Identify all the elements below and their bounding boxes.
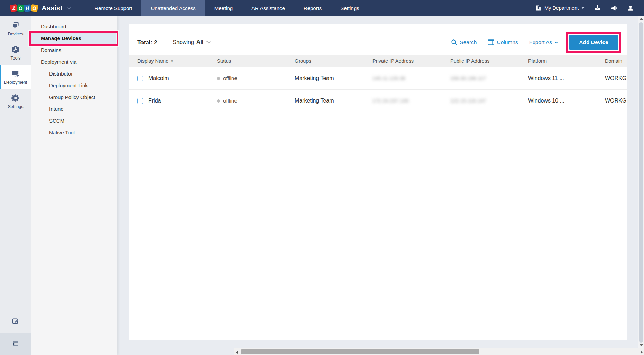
sidebar-item-sccm[interactable]: SCCM (31, 115, 117, 127)
column-header-domain[interactable]: Domain (605, 58, 627, 64)
sidebar-item-distributor[interactable]: Distributor (31, 68, 117, 80)
sidebar-item-deployment-link[interactable]: Deployment Link (31, 80, 117, 91)
row-checkbox[interactable] (137, 98, 143, 104)
rail-label: Settings (8, 104, 23, 109)
platform-cell: Windows 10 ... (528, 98, 605, 104)
sidebar-item-native-tool[interactable]: Native Tool (31, 127, 117, 139)
domain-cell: WORKGROUP (605, 98, 627, 104)
zoho-logo: Z O H O (10, 5, 38, 12)
settings-icon (11, 94, 20, 103)
table-row[interactable]: Frida offline Marketing Team 172.24.237.… (129, 90, 627, 112)
rail-label: Tools (10, 56, 20, 61)
feedback-icon (11, 317, 20, 326)
navbar-right: My Department (535, 0, 644, 16)
domain-cell: WORKGROUP (605, 75, 627, 81)
chevron-down-icon[interactable] (67, 7, 71, 9)
scroll-up-arrow[interactable] (640, 18, 643, 20)
devices-card: Total: 2 Showing All Search Columns (129, 24, 627, 340)
toolbar-right: Search Columns Export As Add Device (451, 35, 618, 50)
logo-tile-o1: O (17, 4, 24, 12)
announcements-icon[interactable] (610, 4, 618, 12)
main-content: Total: 2 Showing All Search Columns (117, 16, 644, 355)
column-header-platform[interactable]: Platform (528, 58, 605, 64)
column-header-status[interactable]: Status (217, 58, 295, 64)
menu-settings[interactable]: Settings (331, 0, 368, 16)
scroll-left-arrow[interactable] (236, 350, 238, 354)
sidebar-item-domains[interactable]: Domains (31, 44, 117, 56)
rail-item-devices[interactable]: Devices (0, 17, 31, 40)
column-header-display-name[interactable]: Display Name (137, 58, 217, 64)
platform-cell: Windows 11 ... (528, 75, 605, 81)
department-selector[interactable]: My Department (535, 5, 585, 11)
divider (165, 38, 165, 46)
offline-status-dot (217, 77, 220, 80)
private-ip-blurred: 145.11.129.38 (372, 76, 450, 81)
public-ip-blurred: 122.15.116.147 (450, 98, 528, 104)
vertical-scrollbar[interactable] (638, 16, 644, 348)
columns-icon (488, 39, 494, 45)
menu-remote-support[interactable]: Remote Support (85, 0, 141, 16)
column-header-groups[interactable]: Groups (295, 58, 372, 64)
search-button[interactable]: Search (451, 39, 477, 45)
export-as-dropdown[interactable]: Export As (529, 39, 558, 45)
add-device-button[interactable]: Add Device (569, 35, 618, 50)
private-ip-blurred: 172.24.237.149 (372, 98, 450, 104)
collapse-sidebar-button[interactable] (0, 333, 31, 355)
menu-reports[interactable]: Reports (294, 0, 331, 16)
total-count: Total: 2 (137, 39, 157, 46)
groups-cell: Marketing Team (295, 75, 372, 81)
deployment-icon (11, 69, 20, 78)
brand[interactable]: Z O H O Assist (0, 0, 71, 16)
rail-item-settings[interactable]: Settings (0, 89, 31, 113)
scroll-down-arrow[interactable] (640, 344, 643, 346)
rail-item-tools[interactable]: Tools (0, 41, 31, 64)
scroll-right-arrow[interactable] (641, 350, 643, 354)
horizontal-scrollbar[interactable] (234, 348, 644, 355)
rail-label: Devices (8, 32, 23, 36)
horizontal-scrollbar-thumb[interactable] (241, 349, 479, 354)
rail-label: Deployment (4, 80, 27, 85)
toolbar-left: Total: 2 Showing All (137, 38, 211, 46)
deployment-sidebar: Dashboard Manage Devices Domains Deploym… (31, 16, 117, 355)
table-row[interactable]: Malcolm offline Marketing Team 145.11.12… (129, 67, 627, 90)
showing-filter[interactable]: Showing All (173, 39, 211, 45)
logo-tile-o2: O (31, 4, 38, 12)
sidebar-item-intune[interactable]: Intune (31, 103, 117, 115)
sidebar-item-group-policy-object[interactable]: Group Policy Object (31, 91, 117, 103)
organization-icon (535, 5, 542, 11)
column-header-private-ip[interactable]: Private IP Address (372, 58, 450, 64)
logo-tile-h: H (24, 4, 31, 12)
rail-item-deployment[interactable]: Deployment (0, 65, 31, 89)
column-header-public-ip[interactable]: Public IP Address (450, 58, 528, 64)
search-icon (451, 39, 457, 45)
main-menu: Remote Support Unattended Access Meeting… (85, 0, 368, 16)
collapse-sidebar-icon (12, 340, 19, 348)
menu-meeting[interactable]: Meeting (205, 0, 242, 16)
tools-icon (11, 45, 20, 54)
feedback-button[interactable] (0, 310, 31, 333)
row-checkbox[interactable] (137, 76, 143, 81)
sort-desc-icon[interactable] (171, 59, 173, 63)
menu-ar-assistance[interactable]: AR Assistance (242, 0, 294, 16)
sidebar-item-dashboard[interactable]: Dashboard (31, 21, 117, 33)
device-name: Malcolm (148, 75, 169, 81)
chevron-down-icon (554, 41, 558, 44)
logo-tile-z: Z (10, 4, 17, 12)
user-profile-icon[interactable] (627, 4, 634, 12)
sidebar-item-deployment-via[interactable]: Deployment via (31, 56, 117, 68)
public-ip-blurred: 158.30.196.117 (450, 76, 528, 81)
menu-unattended-access[interactable]: Unattended Access (141, 0, 205, 16)
download-agent-icon[interactable] (594, 4, 601, 12)
department-label: My Department (544, 5, 579, 11)
columns-button[interactable]: Columns (488, 39, 518, 45)
sidebar-item-manage-devices[interactable]: Manage Devices (31, 33, 117, 44)
offline-status-dot (217, 99, 220, 103)
product-name: Assist (42, 4, 63, 12)
icon-rail: Devices Tools Deployment Settings (0, 16, 31, 355)
top-navbar: Z O H O Assist Remote Support Unattended… (0, 0, 644, 16)
groups-cell: Marketing Team (295, 98, 372, 104)
vertical-scrollbar-thumb[interactable] (639, 22, 643, 343)
rail-bottom (0, 310, 31, 355)
chevron-down-icon (581, 7, 585, 9)
table-header-row: Display Name Status Groups Private IP Ad… (129, 55, 627, 67)
